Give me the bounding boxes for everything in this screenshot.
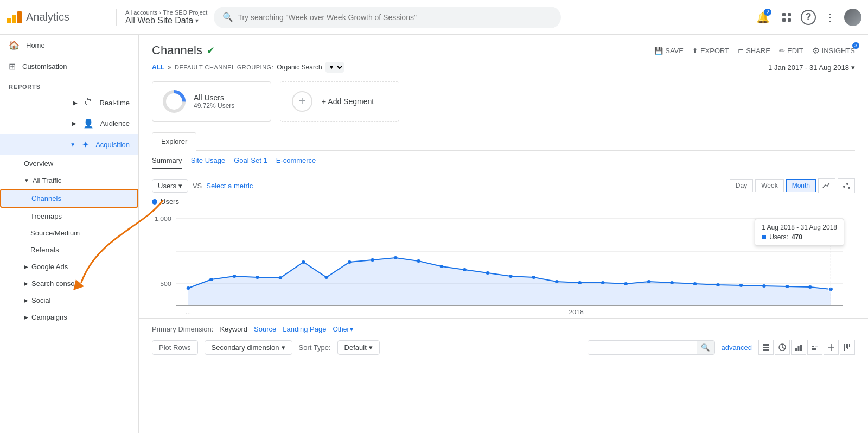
bar-view-button[interactable] (791, 340, 806, 355)
share-label: SHARE (746, 47, 770, 55)
segment-row: All Users 49.72% Users + + Add Segment (139, 77, 868, 126)
insights-label: INSIGHTS (822, 47, 855, 55)
breadcrumb-all[interactable]: ALL (152, 63, 164, 71)
month-button[interactable]: Month (786, 179, 816, 192)
table-search-button[interactable]: 🔍 (697, 341, 714, 354)
advanced-link[interactable]: advanced (722, 343, 752, 352)
line-chart-button[interactable] (818, 178, 835, 193)
plot-rows-button[interactable]: Plot Rows (152, 340, 198, 355)
pivot-view-button[interactable] (824, 340, 839, 355)
sidebar-item-treemaps[interactable]: Treemaps (0, 208, 138, 225)
data-point (670, 281, 674, 284)
sort-type-dropdown[interactable]: Default ▾ (337, 340, 380, 355)
account-selector[interactable]: All accounts › The SEO Project All Web S… (116, 9, 207, 26)
sub-tabs: Summary Site Usage Goal Set 1 E-commerce (152, 151, 855, 171)
data-point (463, 268, 467, 271)
user-avatar[interactable] (844, 9, 861, 26)
explorer-tab-row: Explorer (152, 132, 855, 151)
sidebar-item-search-console[interactable]: ▶ Search console (0, 275, 138, 292)
donut-chart (161, 88, 187, 114)
sidebar-item-home[interactable]: 🏠 Home (0, 35, 138, 56)
landing-page-dimension[interactable]: Landing Page (283, 325, 326, 333)
select-metric-link[interactable]: Select a metric (206, 182, 253, 190)
other-dimension-dropdown[interactable]: Other ▾ (333, 326, 353, 333)
segment-title: All Users (194, 93, 234, 102)
export-button[interactable]: ⬆ EXPORT (692, 47, 729, 55)
insights-button[interactable]: ⚙ 3 INSIGHTS (812, 46, 855, 56)
comparison-view-button[interactable] (807, 340, 822, 355)
scatter-chart-button[interactable] (838, 178, 855, 193)
edit-icon: ✏ (779, 47, 785, 55)
lifetime-view-button[interactable] (840, 340, 855, 355)
sidebar-item-google-ads[interactable]: ▶ Google Ads (0, 258, 138, 275)
week-button[interactable]: Week (755, 179, 783, 192)
data-point (302, 260, 305, 264)
grid-icon (781, 12, 792, 23)
top-header: Analytics All accounts › The SEO Project… (0, 0, 868, 35)
sidebar-item-referrals[interactable]: Referrals (0, 241, 138, 258)
secondary-dimension-button[interactable]: Secondary dimension ▾ (205, 340, 292, 355)
sub-tab-summary[interactable]: Summary (152, 156, 182, 169)
sidebar-item-social[interactable]: ▶ Social (0, 292, 138, 309)
data-point (394, 256, 398, 259)
sidebar-item-audience[interactable]: ▶ 👤 Audience (0, 113, 138, 134)
donut-svg (161, 88, 187, 114)
google-ads-label: Google Ads (31, 263, 68, 271)
svg-rect-26 (798, 346, 800, 351)
share-button[interactable]: ⊏ SHARE (738, 47, 770, 55)
all-traffic-label: All Traffic (33, 176, 61, 184)
expand-icon: ▶ (72, 120, 76, 126)
table-search-input[interactable] (588, 341, 697, 354)
metric-label: Users (158, 182, 176, 190)
data-point (486, 271, 490, 275)
source-dimension[interactable]: Source (254, 325, 276, 333)
help-button[interactable]: ? (801, 10, 816, 25)
segment-card-all-users[interactable]: All Users 49.72% Users (152, 81, 271, 122)
dimensions-bar: Primary Dimension: Keyword Source Landin… (139, 318, 868, 338)
sidebar-item-campaigns[interactable]: ▶ Campaigns (0, 309, 138, 326)
sidebar-item-overview[interactable]: Overview (0, 155, 138, 172)
svg-point-8 (843, 186, 845, 188)
svg-rect-36 (849, 344, 850, 347)
sidebar-item-acquisition[interactable]: ▼ ✦ Acquisition (0, 134, 138, 155)
search-input[interactable] (238, 13, 552, 22)
site-name-dropdown[interactable]: All Web Site Data ▾ (125, 16, 207, 26)
secondary-dim-label: Secondary dimension (212, 343, 279, 352)
sub-tab-site-usage[interactable]: Site Usage (191, 156, 226, 169)
add-segment-icon: + (289, 88, 315, 114)
segment-card-add[interactable]: + + Add Segment (280, 81, 399, 122)
customisation-icon: ⊞ (9, 61, 16, 72)
add-circle-svg: + (289, 88, 315, 114)
sidebar-item-channels[interactable]: Channels (0, 189, 138, 208)
pie-view-button[interactable] (775, 340, 790, 355)
save-button[interactable]: 💾 SAVE (654, 47, 684, 55)
edit-button[interactable]: ✏ EDIT (779, 47, 803, 55)
metric-dropdown[interactable]: Users ▾ (152, 179, 188, 193)
svg-text:500: 500 (160, 281, 171, 287)
global-search-bar[interactable]: 🔍 (214, 7, 561, 28)
breadcrumb-left: ALL » DEFAULT CHANNEL GROUPING: Organic … (152, 62, 344, 73)
tooltip-value: Users: 470 (762, 233, 837, 241)
tooltip-number: 470 (792, 233, 802, 241)
more-options-button[interactable]: ⋮ (820, 8, 840, 27)
tooltip-date: 1 Aug 2018 - 31 Aug 2018 (762, 224, 837, 231)
sub-tab-ecommerce[interactable]: E-commerce (276, 156, 316, 169)
sidebar-item-source-medium[interactable]: Source/Medium (0, 225, 138, 241)
data-point (786, 285, 789, 288)
breadcrumb-dropdown[interactable]: ▾ (326, 62, 344, 73)
sidebar-item-customisation[interactable]: ⊞ Customisation (0, 56, 138, 77)
data-point (601, 281, 605, 284)
keyword-dimension[interactable]: Keyword (220, 325, 247, 333)
tab-explorer[interactable]: Explorer (152, 132, 196, 151)
svg-text:1,000: 1,000 (155, 215, 171, 222)
date-range-picker[interactable]: 1 Jan 2017 - 31 Aug 2018 ▾ (768, 63, 855, 72)
sidebar-item-all-traffic[interactable]: ▼ All Traffic (0, 172, 138, 189)
date-chevron-icon: ▾ (851, 63, 855, 72)
sidebar-item-realtime[interactable]: ▶ ⏱ Real-time (0, 92, 138, 113)
sub-tab-goal-set[interactable]: Goal Set 1 (234, 156, 267, 169)
table-view-button[interactable] (758, 340, 774, 355)
date-range-label: 1 Jan 2017 - 31 Aug 2018 (768, 63, 849, 72)
apps-grid-button[interactable] (777, 8, 796, 27)
day-button[interactable]: Day (730, 179, 753, 192)
notification-button[interactable]: 🔔 2 (753, 8, 773, 27)
